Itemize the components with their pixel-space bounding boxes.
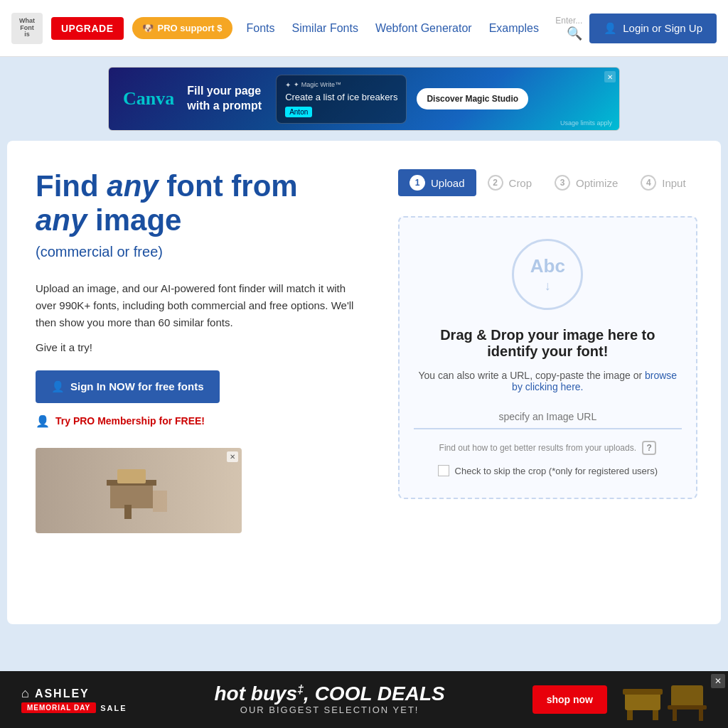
left-panel: Find any font from any image (commercial… — [36, 169, 377, 596]
bottom-ad-banner: ⌂ ASHLEY MEMORIAL DAY SALE hot buys‡, CO… — [0, 671, 728, 728]
better-results-row: Find out how to get better results from … — [439, 441, 656, 455]
ad-usage-text: Usage limits apply — [560, 119, 612, 127]
left-ad-svg — [103, 462, 174, 519]
ashley-logo: ⌂ ASHLEY MEMORIAL DAY SALE — [21, 686, 127, 713]
ad-anton-tag: Anton — [285, 107, 312, 117]
svg-rect-0 — [110, 483, 153, 508]
close-ad-button[interactable]: ✕ — [711, 674, 725, 688]
hero-give-try: Give it a try! — [36, 341, 355, 353]
hot-buys-text: hot buys‡, COOL DEALS — [141, 684, 518, 704]
svg-rect-12 — [699, 710, 703, 721]
person-icon-3: 👤 — [36, 414, 50, 428]
svg-rect-10 — [668, 705, 707, 710]
url-input[interactable] — [414, 405, 682, 429]
help-icon[interactable]: ? — [642, 441, 656, 455]
furniture-image — [621, 678, 707, 721]
url-input-container — [414, 405, 682, 429]
left-ad-inner — [36, 448, 242, 533]
shop-now-button[interactable]: shop now — [532, 685, 607, 714]
step-1-num: 1 — [410, 175, 425, 191]
login-button[interactable]: 👤 Login or Sign Up — [589, 14, 717, 43]
step-4-num: 4 — [641, 175, 656, 191]
left-ad-image: ✕ — [36, 448, 242, 533]
svg-rect-7 — [627, 710, 633, 720]
nav-right: Enter... 🔍 👤 Login or Sign Up — [555, 14, 717, 43]
steps-bar: 1 Upload 2 Crop 3 Optimize 4 Input — [398, 169, 697, 196]
svg-rect-6 — [623, 689, 663, 695]
hero-description: Upload an image, and our AI-powered font… — [36, 280, 355, 331]
svg-rect-4 — [153, 491, 167, 512]
step-3-label: Optimize — [576, 177, 618, 189]
furniture-svg — [621, 678, 707, 721]
main-content: Find any font from any image (commercial… — [7, 141, 721, 624]
svg-rect-11 — [673, 710, 677, 721]
step-optimize[interactable]: 3 Optimize — [543, 169, 629, 196]
upgrade-button[interactable]: UPGRADE — [51, 17, 124, 40]
nav-links: Fonts Similar Fonts Webfont Generator Ex… — [247, 22, 547, 35]
nav-similar-fonts[interactable]: Similar Fonts — [292, 22, 358, 35]
site-logo[interactable]: What Font is — [11, 13, 43, 44]
svg-rect-5 — [625, 692, 660, 710]
canva-logo: Canva — [123, 88, 174, 109]
ad-discover-button[interactable]: Discover Magic Studio — [417, 88, 528, 109]
drag-drop-text: Drag & Drop your image here to identify … — [414, 327, 682, 360]
or-browse-text: You can also write a URL, copy-paste the… — [414, 370, 682, 392]
search-placeholder-text: Enter... — [555, 16, 582, 26]
fire-icon: 🐶 — [142, 23, 154, 33]
step-crop[interactable]: 2 Crop — [476, 169, 544, 196]
step-2-num: 2 — [488, 175, 503, 191]
search-area: Enter... 🔍 — [555, 16, 582, 41]
svg-rect-9 — [671, 685, 703, 707]
ad-banner-container: Canva Fill your pagewith a prompt ✦ ✦ Ma… — [0, 57, 728, 141]
navbar: What Font is UPGRADE 🐶 PRO support $ Fon… — [0, 0, 728, 57]
left-ad-close[interactable]: ✕ — [227, 451, 238, 462]
ashley-brand-name: ⌂ ASHLEY — [21, 686, 90, 701]
right-panel: 1 Upload 2 Crop 3 Optimize 4 Input Abc ↓… — [398, 169, 697, 596]
nav-examples[interactable]: Examples — [489, 22, 539, 35]
skip-crop-label: Check to skip the crop (*only for regist… — [455, 466, 658, 476]
sale-text: SALE — [100, 704, 127, 712]
step-2-label: Crop — [509, 177, 532, 189]
step-1-label: Upload — [431, 177, 465, 189]
upload-drop-area[interactable]: Abc ↓ Drag & Drop your image here to ide… — [398, 216, 697, 499]
search-button[interactable]: 🔍 — [567, 26, 582, 41]
sign-in-button[interactable]: 👤 Sign In NOW for free fonts — [36, 370, 220, 403]
pro-membership-link[interactable]: 👤 Try PRO Membership for FREE! — [36, 414, 355, 428]
step-3-num: 3 — [555, 175, 570, 191]
our-biggest-text: OUR BIGGEST SELECTION YET! — [141, 705, 518, 715]
nav-fonts[interactable]: Fonts — [247, 22, 275, 35]
abc-upload-icon: Abc ↓ — [512, 239, 583, 310]
step-4-label: Input — [662, 177, 685, 189]
skip-crop-checkbox[interactable] — [438, 465, 449, 476]
magic-icon: ✦ — [285, 81, 291, 89]
person-icon: 👤 — [604, 22, 617, 35]
ad-magic-write-box: ✦ ✦ Magic Write™ Create a list of ice br… — [276, 75, 407, 124]
skip-crop-row: Check to skip the crop (*only for regist… — [438, 465, 658, 476]
hero-subheadline: (commercial or free) — [36, 244, 355, 260]
memorial-badge: MEMORIAL DAY — [21, 702, 96, 713]
svg-rect-3 — [117, 469, 146, 483]
ad-close-icon[interactable]: ✕ — [604, 71, 616, 82]
svg-rect-2 — [124, 505, 132, 519]
canva-ad-banner[interactable]: Canva Fill your pagewith a prompt ✦ ✦ Ma… — [108, 67, 620, 131]
search-icon: 🔍 — [567, 26, 582, 41]
ad-main-text: hot buys‡, COOL DEALS OUR BIGGEST SELECT… — [141, 684, 518, 714]
step-upload[interactable]: 1 Upload — [398, 169, 476, 196]
ad-tagline: Fill your pagewith a prompt — [187, 84, 262, 114]
step-input[interactable]: 4 Input — [629, 169, 697, 196]
hero-headline: Find any font from any image — [36, 169, 355, 238]
person-icon-2: 👤 — [51, 380, 65, 393]
pro-support-button[interactable]: 🐶 PRO support $ — [132, 17, 232, 39]
svg-rect-8 — [653, 710, 658, 720]
nav-webfont-generator[interactable]: Webfont Generator — [375, 22, 472, 35]
house-icon: ⌂ — [21, 686, 31, 701]
